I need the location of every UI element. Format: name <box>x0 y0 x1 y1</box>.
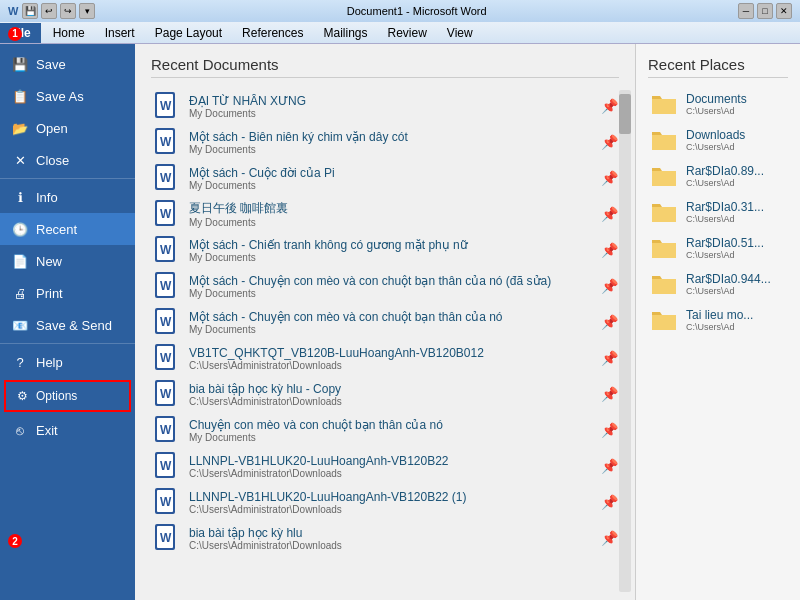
doc-path-12: C:\Users\Administrator\Downloads <box>189 540 593 551</box>
doc-item-2[interactable]: W Một sách - Cuộc đời của Pi My Document… <box>151 160 619 196</box>
pin-icon-9[interactable]: 📌 <box>601 422 617 438</box>
doc-item-9[interactable]: W Chuyện con mèo và con chuột bạn thân c… <box>151 412 619 448</box>
word-doc-icon-9: W <box>153 416 181 444</box>
place-name-4: Rar$DIa0.51... <box>686 236 786 250</box>
pin-icon-4[interactable]: 📌 <box>601 242 617 258</box>
place-name-1: Downloads <box>686 128 786 142</box>
place-info-4: Rar$DIa0.51... C:\Users\Ad <box>686 236 786 260</box>
sidebar-item-close[interactable]: ✕ Close <box>0 144 135 176</box>
tab-references[interactable]: References <box>232 23 313 43</box>
place-name-2: Rar$DIa0.89... <box>686 164 786 178</box>
minimize-button[interactable]: ─ <box>738 3 754 19</box>
doc-path-2: My Documents <box>189 180 593 191</box>
sidebar-item-open[interactable]: 📂 Open <box>0 112 135 144</box>
place-name-0: Documents <box>686 92 786 106</box>
close-button[interactable]: ✕ <box>776 3 792 19</box>
doc-item-0[interactable]: W ĐẠI TỪ NHÂN XƯNG My Documents 📌 <box>151 88 619 124</box>
sidebar-item-new[interactable]: 📄 New <box>0 245 135 277</box>
sidebar-item-save-as[interactable]: 📋 Save As <box>0 80 135 112</box>
doc-path-8: C:\Users\Administrator\Downloads <box>189 396 593 407</box>
place-name-3: Rar$DIa0.31... <box>686 200 786 214</box>
place-item-6[interactable]: Tai lieu mo... C:\Users\Ad <box>648 304 788 336</box>
dropdown-quick-icon[interactable]: ▾ <box>79 3 95 19</box>
sidebar: 💾 Save 📋 Save As 📂 Open ✕ Close ℹ Info 🕒… <box>0 44 135 600</box>
svg-text:W: W <box>160 387 172 401</box>
sidebar-item-info[interactable]: ℹ Info <box>0 181 135 213</box>
word-doc-icon-11: W <box>153 488 181 516</box>
doc-item-7[interactable]: W VB1TC_QHKTQT_VB120B-LuuHoangAnh-VB120B… <box>151 340 619 376</box>
place-item-5[interactable]: Rar$DIa0.944... C:\Users\Ad <box>648 268 788 300</box>
pin-icon-6[interactable]: 📌 <box>601 314 617 330</box>
place-path-2: C:\Users\Ad <box>686 178 786 188</box>
doc-name-1: Một sách - Biên niên ký chim vặn dây cót <box>189 130 593 144</box>
pin-icon-5[interactable]: 📌 <box>601 278 617 294</box>
pin-icon-12[interactable]: 📌 <box>601 530 617 546</box>
doc-item-11[interactable]: W LLNNPL-VB1HLUK20-LuuHoangAnh-VB120B22 … <box>151 484 619 520</box>
pin-icon-7[interactable]: 📌 <box>601 350 617 366</box>
pin-icon-10[interactable]: 📌 <box>601 458 617 474</box>
sidebar-item-print[interactable]: 🖨 Print <box>0 277 135 309</box>
doc-item-10[interactable]: W LLNNPL-VB1HLUK20-LuuHoangAnh-VB120B22 … <box>151 448 619 484</box>
doc-item-4[interactable]: W Một sách - Chiến tranh không có gương … <box>151 232 619 268</box>
place-item-1[interactable]: Downloads C:\Users\Ad <box>648 124 788 156</box>
tab-mailings[interactable]: Mailings <box>313 23 377 43</box>
doc-item-6[interactable]: W Một sách - Chuyện con mèo và con chuột… <box>151 304 619 340</box>
doc-name-2: Một sách - Cuộc đời của Pi <box>189 166 593 180</box>
svg-text:W: W <box>160 315 172 329</box>
sidebar-item-save-send[interactable]: 📧 Save & Send <box>0 309 135 341</box>
scrollbar-thumb[interactable] <box>619 94 631 134</box>
content-area: Recent Documents W ĐẠI TỪ NHÂN XƯNG My D… <box>135 44 800 600</box>
pin-icon-0[interactable]: 📌 <box>601 98 617 114</box>
place-item-0[interactable]: Documents C:\Users\Ad <box>648 88 788 120</box>
place-path-6: C:\Users\Ad <box>686 322 786 332</box>
info-icon: ℹ <box>12 189 28 205</box>
pin-icon-11[interactable]: 📌 <box>601 494 617 510</box>
place-item-3[interactable]: Rar$DIa0.31... C:\Users\Ad <box>648 196 788 228</box>
tab-view[interactable]: View <box>437 23 483 43</box>
tab-home[interactable]: Home <box>43 23 95 43</box>
redo-quick-icon[interactable]: ↪ <box>60 3 76 19</box>
doc-info-9: Chuyện con mèo và con chuột bạn thân của… <box>189 418 593 443</box>
tab-insert[interactable]: Insert <box>95 23 145 43</box>
sidebar-item-recent[interactable]: 🕒 Recent <box>0 213 135 245</box>
doc-item-3[interactable]: W 夏日午後 咖啡館裏 My Documents 📌 <box>151 196 619 232</box>
word-doc-icon-1: W <box>153 128 181 156</box>
word-logo-icon: W <box>8 5 18 17</box>
send-icon: 📧 <box>12 317 28 333</box>
doc-path-1: My Documents <box>189 144 593 155</box>
sidebar-item-exit[interactable]: ⎋ Exit <box>0 414 135 446</box>
doc-item-8[interactable]: W bia bài tập học kỳ hlu - Copy C:\Users… <box>151 376 619 412</box>
sidebar-item-help[interactable]: ? Help <box>0 346 135 378</box>
doc-item-1[interactable]: W Một sách - Biên niên ký chim vặn dây c… <box>151 124 619 160</box>
pin-icon-8[interactable]: 📌 <box>601 386 617 402</box>
word-doc-icon-12: W <box>153 524 181 552</box>
tab-page-layout[interactable]: Page Layout <box>145 23 232 43</box>
doc-info-12: bia bài tập học kỳ hlu C:\Users\Administ… <box>189 526 593 551</box>
save-quick-icon[interactable]: 💾 <box>22 3 38 19</box>
doc-list: W ĐẠI TỪ NHÂN XƯNG My Documents 📌 W Một … <box>151 88 619 584</box>
badge-2: 2 <box>8 534 22 548</box>
place-info-3: Rar$DIa0.31... C:\Users\Ad <box>686 200 786 224</box>
doc-name-9: Chuyện con mèo và con chuột bạn thân của… <box>189 418 593 432</box>
pin-icon-2[interactable]: 📌 <box>601 170 617 186</box>
svg-text:W: W <box>160 495 172 509</box>
doc-path-10: C:\Users\Administrator\Downloads <box>189 468 593 479</box>
title-bar: W 💾 ↩ ↪ ▾ Document1 - Microsoft Word ─ □… <box>0 0 800 22</box>
word-doc-icon-7: W <box>153 344 181 372</box>
doc-path-11: C:\Users\Administrator\Downloads <box>189 504 593 515</box>
sidebar-item-save[interactable]: 💾 Save <box>0 48 135 80</box>
doc-item-12[interactable]: W bia bài tập học kỳ hlu C:\Users\Admini… <box>151 520 619 556</box>
restore-button[interactable]: □ <box>757 3 773 19</box>
undo-quick-icon[interactable]: ↩ <box>41 3 57 19</box>
sidebar-item-options[interactable]: ⚙ Options <box>4 380 131 412</box>
tab-review[interactable]: Review <box>377 23 436 43</box>
place-item-4[interactable]: Rar$DIa0.51... C:\Users\Ad <box>648 232 788 264</box>
place-item-2[interactable]: Rar$DIa0.89... C:\Users\Ad <box>648 160 788 192</box>
pin-icon-1[interactable]: 📌 <box>601 134 617 150</box>
doc-list-scrollbar[interactable] <box>619 90 631 592</box>
pin-icon-3[interactable]: 📌 <box>601 206 617 222</box>
quick-access-toolbar: 💾 ↩ ↪ ▾ <box>22 3 95 19</box>
doc-item-5[interactable]: W Một sách - Chuyện con mèo và con chuột… <box>151 268 619 304</box>
word-doc-icon-8: W <box>153 380 181 408</box>
place-path-5: C:\Users\Ad <box>686 286 786 296</box>
